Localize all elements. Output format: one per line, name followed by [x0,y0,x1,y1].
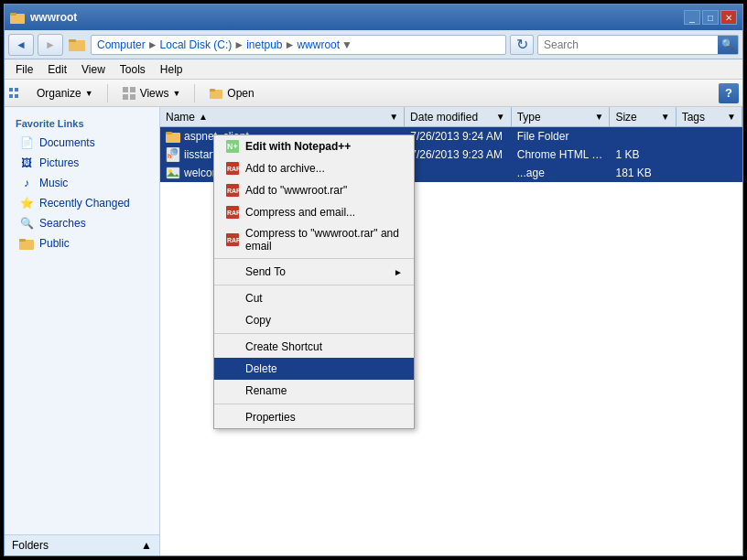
properties-icon [225,410,240,425]
searches-icon: 🔍 [19,216,34,231]
ctx-compress-wwwroot-email[interactable]: RAR Compress to "wwwroot.rar" and email [214,223,414,256]
sidebar: Favorite Links 📄 Documents 🖼 Pictures ♪ … [5,107,160,555]
column-name[interactable]: Name ▲ ▼ [160,107,405,126]
ctx-properties[interactable]: Properties [214,406,414,428]
svg-text:RAR: RAR [227,166,240,172]
svg-text:RAR: RAR [227,188,240,194]
ctx-add-wwwroot-rar[interactable]: RAR Add to "wwwroot.rar" [214,179,414,201]
views-button[interactable]: Views ▼ [114,83,189,103]
menu-tools[interactable]: Tools [113,61,153,78]
ctx-separator-3 [214,333,414,334]
pictures-icon: 🖼 [19,156,34,170]
column-size[interactable]: Size ▼ [610,107,676,126]
svg-rect-15 [19,239,26,242]
sidebar-item-pictures[interactable]: 🖼 Pictures [5,153,159,173]
svg-rect-10 [123,94,128,100]
copy-icon [225,313,240,328]
svg-text:N+: N+ [227,142,238,151]
sidebar-item-documents[interactable]: 📄 Documents [5,133,159,153]
open-icon [209,86,223,101]
menu-bar: File Edit View Tools Help [5,59,742,80]
toolbar-separator-2 [194,84,195,102]
file-date: 7/26/2013 9:23 AM [405,148,512,161]
svg-rect-6 [9,94,13,98]
organize-icon [8,86,25,101]
open-button[interactable]: Open [200,83,262,103]
folders-section[interactable]: Folders ▲ [5,534,159,555]
recently-changed-icon: ⭐ [19,196,34,210]
toolbar: Organize ▼ Views ▼ Open ? [5,80,742,107]
maximize-button[interactable]: □ [702,10,719,25]
menu-edit[interactable]: Edit [40,61,74,78]
rename-icon [225,383,240,398]
file-size: 1 KB [610,148,676,161]
svg-rect-5 [15,88,18,92]
svg-rect-11 [130,94,135,100]
sort-arrow-name: ▲ [199,112,208,122]
breadcrumb[interactable]: Computer ► Local Disk (C:) ► inetpub ► w… [91,35,506,55]
address-bar: ◄ ► Computer ► Local Disk (C:) ► inetpub… [5,30,742,59]
sidebar-section-title[interactable]: Favorite Links [5,114,159,133]
folders-label: Folders [12,539,49,552]
organize-button[interactable]: Organize ▼ [28,84,102,102]
forward-button[interactable]: ► [38,34,63,56]
file-type: Chrome HTML D... [512,148,611,161]
sendto-icon [225,264,240,279]
breadcrumb-computer[interactable]: Computer [97,38,146,51]
ctx-delete[interactable]: Delete [214,358,414,380]
music-icon: ♪ [19,176,34,190]
ctx-send-to[interactable]: Send To ► [214,261,414,283]
submenu-arrow: ► [394,267,403,277]
column-date[interactable]: Date modified ▼ [405,107,512,126]
breadcrumb-inetpub[interactable]: inetpub [246,38,282,51]
menu-help[interactable]: Help [153,61,190,78]
ctx-compress-email[interactable]: RAR Compress and email... [214,201,414,223]
close-button[interactable]: ✕ [720,10,737,25]
title-buttons: _ □ ✕ [684,10,737,25]
refresh-button[interactable]: ↻ [510,35,534,55]
ctx-create-shortcut[interactable]: Create Shortcut [214,336,414,358]
back-button[interactable]: ◄ [8,34,34,56]
svg-rect-22 [167,167,179,178]
breadcrumb-wwwroot[interactable]: wwwroot [297,38,340,51]
ctx-cut[interactable]: Cut [214,287,414,309]
folder-nav-icon [67,38,87,52]
sidebar-item-public[interactable]: Public [5,233,159,253]
breadcrumb-localdisk[interactable]: Local Disk (C:) [160,38,233,51]
svg-rect-8 [123,87,128,92]
search-input[interactable] [538,38,718,51]
search-button[interactable]: 🔍 [718,36,738,54]
ctx-add-archive[interactable]: RAR Add to archive... [214,157,414,179]
sidebar-item-searches[interactable]: 🔍 Searches [5,213,159,233]
file-date: 7/26/2013 9:24 AM [405,130,512,143]
minimize-button[interactable]: _ [684,10,700,25]
sidebar-item-music[interactable]: ♪ Music [5,173,159,193]
ctx-edit-notepad[interactable]: N+ Edit with Notepad++ [214,135,414,157]
help-button[interactable]: ? [719,83,739,103]
html-icon: h [166,147,180,162]
file-size: 181 KB [610,167,676,179]
public-icon [19,236,34,251]
cut-icon [225,291,240,306]
title-bar: wwwroot _ □ ✕ [5,5,742,30]
column-tags[interactable]: Tags ▼ [677,107,742,126]
toolbar-separator-1 [107,84,108,102]
sidebar-section-favorites: Favorite Links 📄 Documents 🖼 Pictures ♪ … [5,107,159,261]
sidebar-item-recently-changed[interactable]: ⭐ Recently Changed [5,193,159,213]
menu-view[interactable]: View [74,61,113,78]
column-type[interactable]: Type ▼ [512,107,611,126]
file-type: ...age [512,167,611,179]
menu-file[interactable]: File [8,61,40,78]
notepadpp-icon: N+ [225,139,240,154]
ctx-rename[interactable]: Rename [214,380,414,402]
svg-rect-13 [210,89,215,92]
svg-rect-3 [69,39,76,42]
folder-title-icon [10,10,25,25]
context-menu: N+ Edit with Notepad++ RAR Add to archiv… [213,135,415,429]
window: wwwroot _ □ ✕ ◄ ► Computer ► Local Disk … [4,4,743,556]
window-title: wwwroot [30,11,77,24]
rar2-icon: RAR [225,183,240,198]
ctx-copy[interactable]: Copy [214,309,414,331]
svg-rect-7 [15,94,18,98]
rar3-icon: RAR [225,205,240,220]
